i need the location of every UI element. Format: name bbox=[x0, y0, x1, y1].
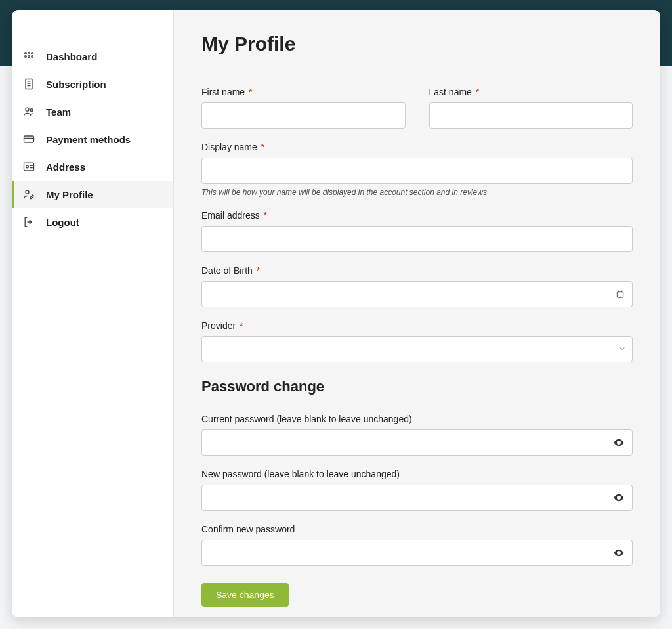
address-icon bbox=[22, 160, 35, 173]
team-icon bbox=[22, 105, 35, 118]
email-label: Email address * bbox=[201, 210, 633, 221]
svg-point-12 bbox=[26, 190, 29, 194]
profile-edit-icon bbox=[22, 188, 35, 201]
svg-point-2 bbox=[32, 53, 33, 54]
required-marker: * bbox=[240, 320, 243, 331]
sidebar-item-label: Logout bbox=[46, 217, 79, 228]
email-field-group: Email address * bbox=[201, 210, 633, 252]
dashboard-icon bbox=[22, 50, 35, 63]
sidebar-item-label: Address bbox=[46, 162, 85, 173]
sidebar-item-address[interactable]: Address bbox=[12, 153, 173, 181]
svg-point-11 bbox=[26, 165, 29, 168]
svg-rect-6 bbox=[26, 79, 32, 89]
display-name-label: Display name * bbox=[201, 142, 633, 152]
dob-input[interactable] bbox=[201, 281, 633, 307]
password-section-title: Password change bbox=[201, 378, 633, 395]
logout-icon bbox=[22, 215, 35, 228]
sidebar-item-my-profile[interactable]: My Profile bbox=[12, 181, 173, 208]
sidebar-item-payment[interactable]: Payment methods bbox=[12, 125, 173, 153]
svg-point-8 bbox=[30, 109, 33, 112]
new-password-input[interactable] bbox=[201, 485, 633, 511]
toggle-password-visibility-button[interactable] bbox=[612, 435, 626, 450]
svg-point-7 bbox=[26, 108, 29, 111]
credit-card-icon bbox=[22, 133, 35, 146]
page-title: My Profile bbox=[201, 33, 633, 55]
last-name-input[interactable] bbox=[429, 102, 633, 129]
account-panel: Dashboard Subscription Team Payment meth… bbox=[12, 10, 660, 617]
svg-point-0 bbox=[25, 53, 27, 54]
save-button[interactable]: Save changes bbox=[201, 583, 289, 607]
first-name-label: First name * bbox=[201, 87, 406, 97]
required-marker: * bbox=[264, 210, 267, 221]
current-password-input[interactable] bbox=[201, 429, 633, 456]
sidebar-item-label: Payment methods bbox=[46, 134, 131, 145]
svg-point-5 bbox=[32, 56, 33, 58]
svg-point-3 bbox=[25, 56, 27, 58]
last-name-field-group: Last name * bbox=[429, 87, 633, 129]
first-name-input[interactable] bbox=[201, 102, 406, 129]
last-name-label: Last name * bbox=[429, 87, 633, 97]
sidebar: Dashboard Subscription Team Payment meth… bbox=[12, 10, 174, 617]
provider-label: Provider * bbox=[201, 320, 633, 331]
required-marker: * bbox=[249, 87, 252, 97]
current-password-field-group: Current password (leave blank to leave u… bbox=[201, 414, 633, 456]
first-name-field-group: First name * bbox=[201, 87, 406, 129]
email-input[interactable] bbox=[201, 226, 633, 252]
display-name-field-group: Display name * This will be how your nam… bbox=[201, 142, 633, 197]
provider-select[interactable] bbox=[201, 336, 633, 362]
sidebar-item-dashboard[interactable]: Dashboard bbox=[12, 43, 173, 70]
sidebar-item-label: My Profile bbox=[46, 189, 93, 200]
display-name-hint: This will be how your name will be displ… bbox=[201, 188, 633, 197]
svg-point-1 bbox=[28, 53, 30, 54]
confirm-password-label: Confirm new password bbox=[201, 524, 633, 534]
sidebar-item-label: Dashboard bbox=[46, 51, 97, 62]
sidebar-item-subscription[interactable]: Subscription bbox=[12, 70, 173, 98]
svg-rect-9 bbox=[24, 136, 34, 142]
sidebar-item-label: Subscription bbox=[46, 79, 106, 90]
dob-field-group: Date of Birth * bbox=[201, 265, 633, 307]
required-marker: * bbox=[261, 142, 264, 152]
dob-label: Date of Birth * bbox=[201, 265, 633, 276]
new-password-label: New password (leave blank to leave uncha… bbox=[201, 469, 633, 479]
eye-icon bbox=[613, 547, 625, 559]
required-marker: * bbox=[476, 87, 479, 97]
main-content: My Profile First name * Last name * Disp… bbox=[174, 10, 660, 617]
toggle-password-visibility-button[interactable] bbox=[612, 546, 626, 560]
current-password-label: Current password (leave blank to leave u… bbox=[201, 414, 633, 424]
confirm-password-input[interactable] bbox=[201, 540, 633, 566]
subscription-icon bbox=[22, 77, 35, 91]
sidebar-item-team[interactable]: Team bbox=[12, 98, 173, 125]
svg-point-4 bbox=[28, 56, 30, 58]
sidebar-item-logout[interactable]: Logout bbox=[12, 208, 173, 236]
confirm-password-field-group: Confirm new password bbox=[201, 524, 633, 566]
required-marker: * bbox=[257, 265, 260, 276]
eye-icon bbox=[613, 492, 625, 504]
toggle-password-visibility-button[interactable] bbox=[612, 490, 626, 505]
provider-field-group: Provider * bbox=[201, 320, 633, 362]
display-name-input[interactable] bbox=[201, 158, 633, 184]
new-password-field-group: New password (leave blank to leave uncha… bbox=[201, 469, 633, 511]
sidebar-item-label: Team bbox=[46, 106, 71, 118]
eye-icon bbox=[613, 437, 625, 448]
